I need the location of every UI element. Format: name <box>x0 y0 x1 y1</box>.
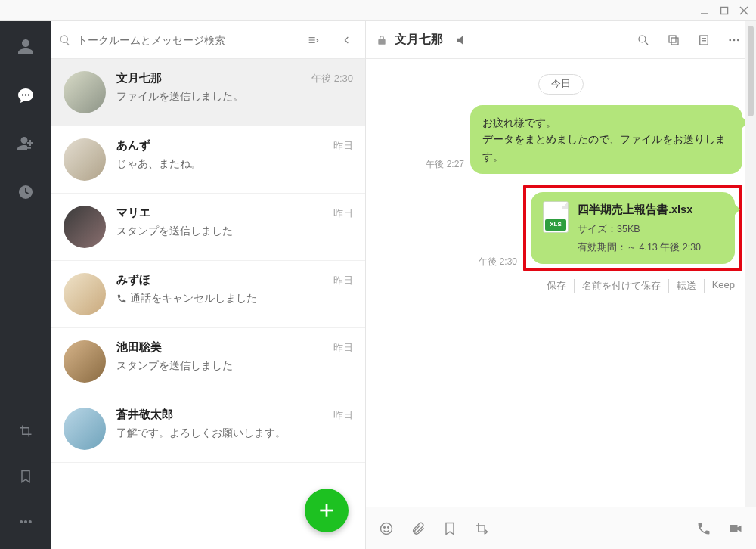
header-more-button[interactable] <box>723 29 745 51</box>
header-search-button[interactable] <box>632 29 655 51</box>
message-time: 午後 2:30 <box>479 256 517 268</box>
avatar <box>64 71 106 113</box>
chat-preview: スタンプを送信しました <box>116 225 353 239</box>
avatar <box>64 273 106 315</box>
message-row: 午後 2:30 XLS 四半期売上報告書.xlsx サイズ：35KB 有効期間：… <box>380 185 742 271</box>
new-chat-button[interactable] <box>305 489 349 532</box>
highlighted-region: XLS 四半期売上報告書.xlsx サイズ：35KB 有効期間：～ 4.13 午… <box>523 185 742 271</box>
close-button[interactable] <box>738 5 750 17</box>
svg-point-9 <box>25 521 27 523</box>
lock-icon <box>376 35 387 45</box>
chat-preview: 了解です。よろしくお願いします。 <box>116 426 353 441</box>
scrollbar-thumb[interactable] <box>748 26 754 116</box>
svg-point-25 <box>737 39 739 41</box>
search-box[interactable] <box>59 34 296 46</box>
nav-timeline[interactable] <box>12 178 39 206</box>
window-titlebar <box>0 0 756 21</box>
header-popout-button[interactable] <box>662 29 685 51</box>
chat-name: 蒼井敬太郎 <box>116 408 173 422</box>
message-bubble[interactable]: お疲れ様です。 データをまとめましたので、ファイルをお送りします。 <box>470 105 742 174</box>
file-size: サイズ：35KB <box>578 222 701 237</box>
chat-name: 文月七那 <box>116 71 162 85</box>
nav-rail <box>0 21 51 549</box>
chat-name: みずほ <box>116 273 150 287</box>
avatar <box>64 206 106 248</box>
chat-item[interactable]: 池田聡美昨日 スタンプを送信しました <box>51 328 365 395</box>
message-row: 午後 2:27 お疲れ様です。 データをまとめましたので、ファイルをお送りします… <box>380 105 742 174</box>
video-call-button[interactable] <box>726 519 745 538</box>
message-time: 午後 2:27 <box>426 158 464 171</box>
nav-add-friend[interactable] <box>12 130 39 157</box>
attach-button[interactable] <box>408 519 428 538</box>
action-save-as[interactable]: 名前を付けて保存 <box>574 279 668 293</box>
keep-button[interactable] <box>440 519 460 538</box>
avatar <box>64 138 106 181</box>
capture-button[interactable] <box>472 519 491 538</box>
chat-item[interactable]: みずほ昨日 通話をキャンセルしました <box>51 261 365 328</box>
chat-preview: ファイルを送信しました。 <box>116 90 353 104</box>
chat-item[interactable]: マリエ昨日 スタンプを送信しました <box>51 194 365 261</box>
chat-time: 昨日 <box>333 408 353 422</box>
svg-point-16 <box>639 36 646 42</box>
svg-point-27 <box>384 526 386 528</box>
file-message-bubble[interactable]: XLS 四半期売上報告書.xlsx サイズ：35KB 有効期間：～ 4.13 午… <box>531 192 735 264</box>
composer <box>366 507 756 549</box>
chat-name: マリエ <box>116 206 150 220</box>
collapse-list-button[interactable] <box>336 29 358 51</box>
nav-crop[interactable] <box>12 417 39 445</box>
nav-friends[interactable] <box>12 33 39 60</box>
message-area: 今日 午後 2:27 お疲れ様です。 データをまとめましたので、ファイルをお送り… <box>366 59 756 507</box>
chat-preview: じゃあ、またね。 <box>116 157 353 172</box>
svg-point-4 <box>22 94 23 95</box>
svg-point-5 <box>25 94 26 95</box>
svg-point-10 <box>29 521 32 523</box>
chat-time: 午後 2:30 <box>311 72 353 85</box>
scrollbar[interactable] <box>745 21 756 507</box>
chat-preview: スタンプを送信しました <box>116 359 353 374</box>
nav-chats[interactable] <box>12 82 39 109</box>
chat-time: 昨日 <box>333 206 353 220</box>
svg-point-24 <box>733 39 736 41</box>
avatar <box>64 340 106 383</box>
svg-line-17 <box>645 41 648 44</box>
search-input[interactable] <box>77 34 296 46</box>
svg-rect-1 <box>721 7 728 14</box>
search-row <box>51 21 365 59</box>
file-name: 四半期売上報告書.xlsx <box>578 201 701 219</box>
svg-rect-20 <box>700 36 708 45</box>
avatar <box>64 408 106 450</box>
svg-point-23 <box>729 39 731 41</box>
maximize-button[interactable] <box>718 5 730 17</box>
svg-rect-19 <box>671 38 678 45</box>
chat-item[interactable]: 文月七那午後 2:30 ファイルを送信しました。 <box>51 59 365 126</box>
chat-list-panel: 文月七那午後 2:30 ファイルを送信しました。 あんず昨日 じゃあ、またね。 … <box>51 21 366 549</box>
emoji-button[interactable] <box>376 519 396 538</box>
header-notes-button[interactable] <box>692 29 715 51</box>
minimize-button[interactable] <box>699 5 711 17</box>
chat-item[interactable]: 蒼井敬太郎昨日 了解です。よろしくお願いします。 <box>51 395 365 463</box>
speaker-icon[interactable] <box>455 33 469 47</box>
svg-point-28 <box>388 526 389 528</box>
nav-keep[interactable] <box>12 463 39 490</box>
chat-time: 昨日 <box>333 139 353 153</box>
chat-time: 昨日 <box>333 274 353 287</box>
voice-call-button[interactable] <box>694 519 714 538</box>
chat-time: 昨日 <box>333 341 353 355</box>
chat-name: あんず <box>116 138 150 153</box>
file-expiry: 有効期間：～ 4.13 午後 2:30 <box>578 240 701 255</box>
svg-point-6 <box>28 94 29 95</box>
date-divider: 今日 <box>538 74 584 95</box>
conversation-panel: 文月七那 今日 午後 2:27 お疲れ様です。 データをまとめましたので、ファイ… <box>366 21 756 549</box>
chat-preview: 通話をキャンセルしました <box>116 292 353 306</box>
action-save[interactable]: 保存 <box>539 279 574 293</box>
file-xls-icon: XLS <box>543 201 569 233</box>
chat-title: 文月七那 <box>395 32 443 48</box>
phone-icon <box>116 293 127 304</box>
action-forward[interactable]: 転送 <box>668 279 704 293</box>
chat-item[interactable]: あんず昨日 じゃあ、またね。 <box>51 126 365 194</box>
nav-more[interactable] <box>12 508 39 535</box>
sort-button[interactable] <box>302 29 324 51</box>
action-keep[interactable]: Keep <box>704 279 742 293</box>
chat-header: 文月七那 <box>366 21 756 59</box>
svg-point-26 <box>381 523 392 534</box>
